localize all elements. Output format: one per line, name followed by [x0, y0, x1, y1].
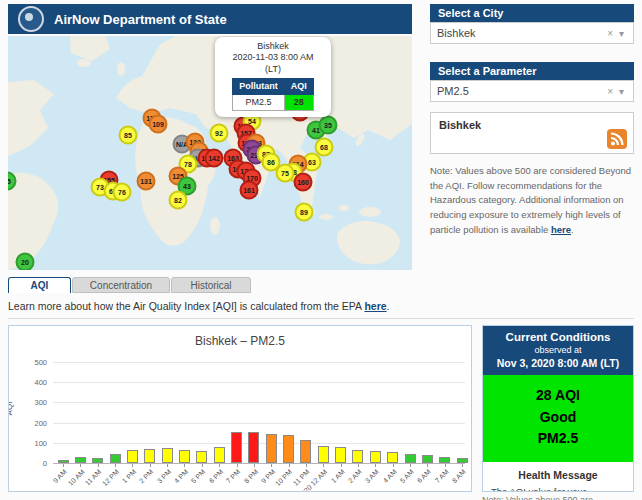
chart-bar[interactable] [144, 449, 155, 463]
chart-bar[interactable] [179, 450, 190, 463]
city-select[interactable]: Bishkek × ▾ [430, 22, 634, 44]
current-conditions-panel: Current Conditions observed at Nov 3, 20… [482, 325, 634, 492]
conditions-note-clipped: Note: Values above 500 are considered Be… [482, 495, 634, 500]
chart-x-tick-label: 6 PM [208, 468, 225, 485]
chart-bar[interactable] [127, 450, 138, 463]
tab-aqi[interactable]: AQI [8, 277, 71, 293]
chart-bar[interactable] [248, 432, 259, 463]
learn-more-link[interactable]: here [364, 300, 386, 312]
aqi-map-marker[interactable]: 82 [169, 191, 188, 210]
health-message-text: The AQI value for your community is betw… [483, 485, 633, 492]
parameter-select[interactable]: PM2.5 × ▾ [430, 80, 634, 102]
chart-gridline [53, 382, 465, 383]
aqi-map-marker[interactable]: 161 [240, 181, 259, 200]
chevron-down-icon[interactable]: ▾ [616, 28, 627, 39]
chart-bar[interactable] [214, 447, 225, 463]
chart-x-tick-label: 8 AM [451, 468, 467, 484]
chart-bar[interactable] [58, 460, 69, 463]
chart-x-tick [427, 464, 428, 467]
aqi-map-marker[interactable]: 109 [149, 115, 168, 134]
chart-x-tick-label: 4 AM [381, 468, 397, 484]
chart-x-tick [375, 464, 376, 467]
tab-concentration[interactable]: Concentration [72, 277, 170, 293]
chart-x-tick [341, 464, 342, 467]
aqi-map-marker[interactable]: 75 [276, 164, 295, 183]
chart-x-tick-label: 12 PM [101, 468, 120, 487]
aqi-map-marker[interactable]: 85 [119, 126, 138, 145]
chart-x-tick-label: 7 AM [433, 468, 449, 484]
chart-x-tick-label: 10 PM [274, 468, 293, 487]
chart-y-tick-label: 500 [21, 358, 47, 367]
chart-x-tick [289, 464, 290, 467]
aqi-map-marker[interactable]: 142 [205, 149, 224, 168]
chart-y-axis-label: AQI [8, 402, 14, 416]
select-parameter-header: Select a Parameter [430, 62, 634, 80]
app-header: AirNow Department of State [8, 4, 412, 34]
chart-x-tick-label: 10 AM [66, 468, 85, 487]
world-aqi-map[interactable]: 11210985N/A132118N/A13214278125438215573… [8, 36, 412, 270]
clear-parameter-icon[interactable]: × [604, 86, 616, 97]
chart-bar[interactable] [266, 434, 277, 463]
chart-x-tick-label: 2 PM [138, 468, 155, 485]
sidebar-note-link[interactable]: here [551, 224, 571, 235]
chart-bar[interactable] [457, 458, 468, 463]
chart-bar[interactable] [110, 454, 121, 463]
chart-bar[interactable] [196, 451, 207, 463]
app-title: AirNow Department of State [54, 12, 227, 27]
chart-x-tick-label: 5 PM [190, 468, 207, 485]
chart-y-tick-label: 400 [21, 378, 47, 387]
chart-bar[interactable] [318, 446, 329, 463]
chart-bar[interactable] [405, 454, 416, 463]
chart-bar[interactable] [300, 440, 311, 463]
chart-x-tick [254, 464, 255, 467]
health-message-title: Health Message [483, 469, 633, 481]
chart-bar[interactable] [92, 458, 103, 463]
aqi-category: Good [483, 407, 633, 429]
chart-x-tick [358, 464, 359, 467]
clear-city-icon[interactable]: × [604, 28, 616, 39]
current-conditions-header: Current Conditions observed at Nov 3, 20… [483, 326, 633, 375]
aqi-map-marker[interactable]: 92 [210, 124, 229, 143]
chart-x-tick [393, 464, 394, 467]
chart-x-tick-label: 7 PM [225, 468, 242, 485]
chart-x-tick [410, 464, 411, 467]
chevron-down-icon[interactable]: ▾ [616, 86, 627, 97]
chart-x-tick [63, 464, 64, 467]
chart-y-tick-label: 0 [21, 459, 47, 468]
chart-bar[interactable] [352, 450, 363, 463]
chart-x-tick-label: 4 PM [173, 468, 190, 485]
chart-x-tick-label: 2 AM [347, 468, 363, 484]
chart-bar[interactable] [422, 455, 433, 463]
chart-bar[interactable] [335, 447, 346, 463]
aqi-map-marker[interactable]: 89 [295, 203, 314, 222]
aqi-map-marker[interactable]: 20 [16, 253, 35, 271]
aqi-map-marker[interactable]: 131 [137, 172, 156, 191]
chart-bar[interactable] [387, 452, 398, 463]
chart-y-tick-label: 100 [21, 439, 47, 448]
learn-more-line: Learn more about how the Air Quality Ind… [8, 300, 390, 312]
chart-x-tick [237, 464, 238, 467]
chart-x-tick-label: 3 PM [156, 468, 173, 485]
rss-icon[interactable] [607, 129, 627, 149]
chart-bar[interactable] [283, 435, 294, 463]
aqi-map-marker[interactable]: 160 [294, 173, 313, 192]
aqi-summary-box: 28 AQI Good PM2.5 [483, 375, 633, 462]
chart-x-tick-label: 3 AM [364, 468, 380, 484]
chart-title: Bishkek – PM2.5 [9, 334, 471, 348]
popup-pollutant-value: PM2.5 [233, 95, 285, 111]
chart-bar[interactable] [162, 448, 173, 463]
aqi-map-marker[interactable]: 35 [319, 116, 338, 135]
chart-bar[interactable] [439, 457, 450, 463]
tab-historical[interactable]: Historical [171, 277, 251, 293]
chart-x-tick-label: 9 AM [52, 468, 68, 484]
chart-bar[interactable] [370, 451, 381, 463]
sidebar-note-text: Note: Values above 500 are considered Be… [430, 165, 631, 235]
chart-x-tick [115, 464, 116, 467]
aqi-map-marker[interactable]: 76 [113, 183, 132, 202]
city-select-value: Bishkek [437, 27, 604, 39]
chart-y-tick-label: 200 [21, 419, 47, 428]
chart-x-tick [219, 464, 220, 467]
chart-bar[interactable] [231, 432, 242, 463]
chart-gridline [53, 402, 465, 403]
chart-bar[interactable] [75, 457, 86, 463]
